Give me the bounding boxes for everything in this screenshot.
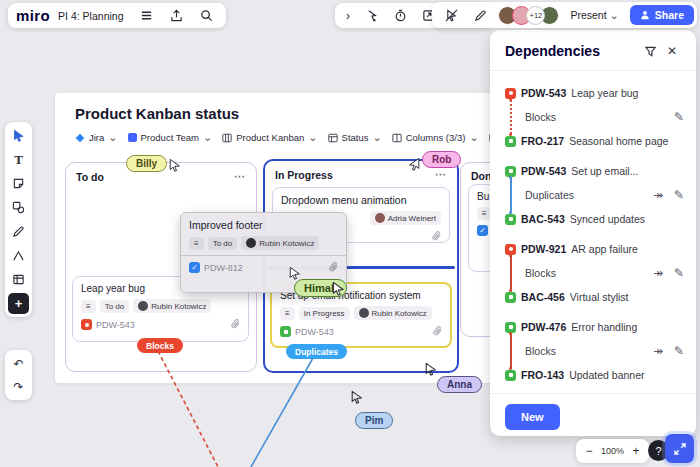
duplicates-badge[interactable]: Duplicates: [286, 344, 347, 359]
app-header-bar: miro PI 4: Planning: [8, 3, 226, 28]
filter-columns[interactable]: Columns (3/3) ⌄: [392, 132, 479, 143]
jira-task-icon: [505, 322, 516, 333]
column-menu-icon[interactable]: ⋯: [435, 168, 447, 181]
jira-task-icon: [280, 326, 291, 337]
collaborator-avatars[interactable]: +12: [498, 6, 559, 25]
avatar-overflow-count[interactable]: +12: [526, 6, 545, 25]
main-menu-icon[interactable]: [136, 5, 158, 27]
kanban-icon: [222, 133, 232, 143]
jira-task-icon: [505, 292, 516, 303]
expand-icon: [673, 442, 687, 456]
issue-title: Set up email...: [571, 165, 638, 177]
shapes-tool-icon[interactable]: [8, 197, 29, 218]
zoom-out-button[interactable]: −: [583, 440, 595, 462]
issue-key: FRO-217: [521, 135, 564, 147]
issue-key: PDW-812: [204, 263, 243, 273]
cursor-pim-icon: [350, 390, 364, 405]
edit-icon[interactable]: ✎: [674, 110, 684, 124]
sticky-note-tool-icon[interactable]: [8, 173, 29, 194]
close-icon[interactable]: ✕: [661, 40, 683, 62]
issue-key: PDW-543: [295, 327, 334, 337]
status-chip: To do: [100, 300, 130, 313]
jira-task-icon: [505, 166, 516, 177]
miro-logo[interactable]: miro: [16, 7, 50, 24]
board-frame-title[interactable]: Product Kanban status: [75, 105, 239, 122]
present-button[interactable]: Present ⌄: [566, 9, 622, 21]
new-dependency-button[interactable]: New: [505, 404, 560, 430]
filter-label: Product Kanban: [236, 132, 304, 143]
issue-title: Leap year bug: [571, 87, 638, 99]
paperclip-icon: [325, 259, 341, 275]
issue-title: Virtual stylist: [570, 291, 629, 303]
issue-key: BAC-456: [521, 291, 565, 303]
jira-bug-icon: [505, 88, 516, 99]
dependencies-footer: New: [490, 393, 696, 440]
lasso-icon[interactable]: [361, 5, 383, 27]
issue-key: FRO-143: [521, 369, 564, 381]
filter-label: Product Team: [141, 132, 199, 143]
expand-button[interactable]: [665, 434, 694, 463]
list-icon: ≡: [482, 209, 487, 218]
more-apps-icon[interactable]: +: [8, 293, 29, 314]
jira-bug-icon: [81, 319, 92, 330]
zoom-level[interactable]: 100%: [601, 446, 624, 456]
avatar: [359, 308, 369, 318]
select-tool-icon[interactable]: [8, 125, 29, 146]
undo-icon[interactable]: ↶: [8, 353, 29, 374]
export-icon[interactable]: [166, 5, 188, 27]
chevron-down-icon: ⌄: [203, 132, 212, 143]
cursor-anna-icon: [424, 362, 438, 377]
locate-icon[interactable]: ↠: [653, 344, 663, 358]
filter-jira[interactable]: Jira ⌄: [75, 132, 118, 143]
locate-icon[interactable]: ↠: [653, 188, 663, 202]
filter-icon[interactable]: [639, 40, 661, 62]
text-tool-icon[interactable]: T: [8, 149, 29, 170]
list-chip: ≡: [189, 237, 204, 250]
jira-bug-icon: [505, 244, 516, 255]
column-title: To do: [76, 171, 104, 183]
column-menu-icon[interactable]: ⋯: [234, 170, 246, 183]
dependencies-header: Dependencies ✕: [490, 30, 696, 71]
dependencies-panel: Dependencies ✕ PDW-543 Leap year bug Blo…: [490, 30, 696, 436]
chevron-down-icon: ⌄: [610, 10, 619, 21]
board-name[interactable]: PI 4: Planning: [58, 10, 123, 22]
frame-tool-icon[interactable]: [8, 269, 29, 290]
search-icon[interactable]: [196, 5, 218, 27]
status-chip: To do: [208, 237, 238, 250]
jira-task-check-icon: ✓: [189, 262, 200, 273]
drag-cursor-icon: [331, 281, 346, 297]
assignee-chip: Rubin Kotowicz: [133, 299, 211, 313]
card-title: Dropdown menu animation: [281, 194, 441, 206]
zoom-in-button[interactable]: +: [630, 440, 642, 462]
share-button[interactable]: Share: [630, 5, 694, 25]
issue-title: Error handling: [571, 321, 637, 333]
timer-icon[interactable]: [389, 5, 411, 27]
issue-title: Synced updates: [570, 213, 645, 225]
filter-label: Columns (3/3): [406, 132, 466, 143]
edit-icon[interactable]: ✎: [674, 266, 684, 280]
cursor-label-pim: Pim: [355, 412, 393, 429]
blocks-badge[interactable]: Blocks: [137, 338, 183, 353]
locate-icon[interactable]: ↠: [653, 266, 663, 280]
issue-key: PDW-543: [96, 320, 135, 330]
edit-icon[interactable]: ✎: [674, 188, 684, 202]
redo-icon[interactable]: ↷: [8, 376, 29, 397]
pen-mode-icon[interactable]: [469, 4, 491, 26]
panel-title: Dependencies: [505, 43, 639, 59]
cursor-label-billy: Billy: [126, 155, 167, 172]
dependency-item: PDW-476 Error handling Blocks ↠ ✎ FRO-14…: [505, 315, 684, 387]
filter-status[interactable]: Status ⌄: [328, 132, 382, 143]
collapse-chevron-icon[interactable]: ›: [341, 5, 355, 27]
edit-icon[interactable]: ✎: [674, 344, 684, 358]
filter-product-kanban[interactable]: Product Kanban ⌄: [222, 132, 317, 143]
avatar: [375, 213, 385, 223]
pen-tool-icon[interactable]: [8, 221, 29, 242]
avatar: [246, 238, 256, 248]
assignee-chip: Adria Weinert: [370, 211, 441, 225]
filter-product-team[interactable]: Product Team ⌄: [128, 132, 213, 143]
paperclip-icon: [227, 316, 243, 332]
relation-label: Blocks: [525, 345, 556, 357]
connector-tool-icon[interactable]: [8, 245, 29, 266]
hide-cursors-icon[interactable]: [440, 4, 462, 26]
jira-task-icon: [505, 214, 516, 225]
